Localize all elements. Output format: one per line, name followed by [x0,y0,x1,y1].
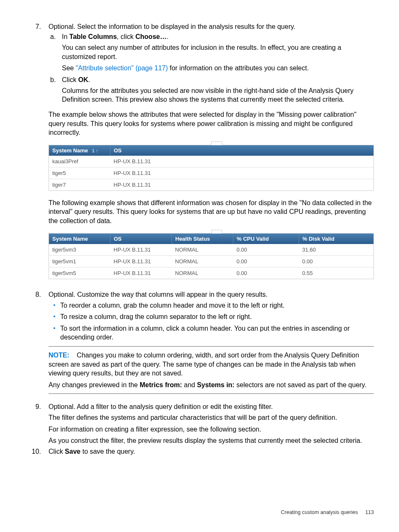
step-10: 10. Click Save to save the query. [25,448,374,455]
document-page: 7. Optional. Select the information to b… [0,0,399,532]
step-number: 9. [25,403,49,445]
substep-b-p1: Columns for the attributes you selected … [62,86,374,104]
note-p2: Any changes previewed in the Metrics fro… [49,380,374,390]
substep-a-p2: See "Attribute selection" (page 117) for… [62,64,374,73]
substep-a-p1: You can select any number of attributes … [62,43,374,61]
list-item: •To sort the information in a column, cl… [49,324,374,342]
footer-text: Creating custom analysis queries [281,509,358,515]
step9-p1: The filter defines the systems and parti… [49,413,374,422]
col-os[interactable]: OS [110,234,172,244]
page-number: 113 [365,509,374,515]
sort-indicator-icon: 1 ↑ [92,148,98,153]
note-label: NOTE: [49,352,69,359]
step9-p3: As you construct the filter, the preview… [49,436,374,445]
table-row: tiger5vm1HP-UX B.11.31NORMAL0.000.00 [49,255,373,267]
col-health-status[interactable]: Health Status [172,234,233,244]
table-row: tiger5vm5HP-UX B.11.31NORMAL0.000.55 [49,267,373,279]
col-disk-valid[interactable]: % Disk Valid [299,234,374,244]
bullet-list: •To reorder a column, grab the column he… [49,301,374,342]
step-9: 9. Optional. Add a filter to the analysi… [25,403,374,445]
table-2: System Name OS Health Status % CPU Valid… [49,233,374,279]
table-row: tiger5vm3HP-UX B.11.31NORMAL0.0031.60 [49,244,373,256]
table-handle [211,230,222,234]
substep-a-line: In Table Columns, click Choose…. [62,33,374,41]
note-block: NOTE: Changes you make to column orderin… [49,346,374,394]
list-item: •To resize a column, drag the column sep… [49,312,374,321]
col-system-name[interactable]: System Name 1 ↑ [49,145,110,156]
col-cpu-valid[interactable]: % CPU Valid [233,234,299,244]
bullet-icon: • [49,301,60,310]
table-row: kauai3PrefHP-UX B.11.31 [49,156,373,167]
table-1: System Name 1 ↑ OS kauai3PrefHP-UX B.11.… [49,145,374,191]
step9-p2: For information on creating a filter exp… [49,425,374,434]
bullet-icon: • [49,312,60,321]
substep-b: b. Click OK. Columns for the attributes … [49,76,374,104]
col-os[interactable]: OS [110,145,374,156]
example-intro-2: The following example shows that differe… [49,198,374,226]
table-handle [211,141,222,145]
page-footer: Creating custom analysis queries 113 [281,509,374,515]
col-system-name[interactable]: System Name [49,234,110,244]
step-number: 10. [25,448,49,455]
step-intro: Optional. Select the information to be d… [49,23,374,31]
step-7: 7. Optional. Select the information to b… [25,23,374,287]
step-8: 8. Optional. Customize the way that colu… [25,291,374,402]
step-intro: Optional. Customize the way that columns… [49,291,374,298]
attribute-selection-link[interactable]: "Attribute selection" (page 117) [76,64,168,72]
example-intro-1: The example below shows the attributes t… [49,110,374,137]
substep-a: a. In Table Columns, click Choose…. You … [49,33,374,73]
bullet-icon: • [49,324,60,342]
step-number: 8. [25,291,49,402]
table-row: tiger7HP-UX B.11.31 [49,179,373,190]
step-intro: Optional. Add a filter to the analysis q… [49,403,374,411]
substep-b-line: Click OK. [62,76,374,84]
list-item: •To reorder a column, grab the column he… [49,301,374,310]
table-row: tiger5HP-UX B.11.31 [49,167,373,179]
step-number: 7. [25,23,49,287]
note-p1: Changes you make to column ordering, wid… [49,352,359,377]
